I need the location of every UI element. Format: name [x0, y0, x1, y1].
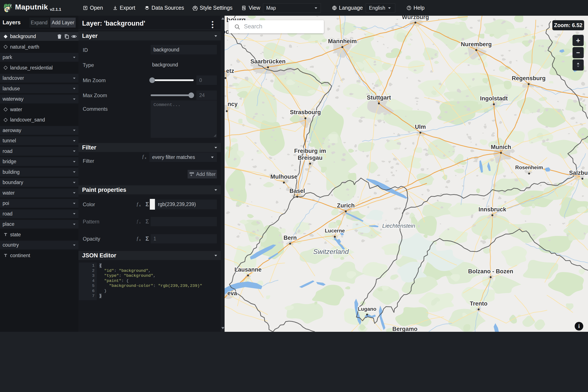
- svg-text:Innsbruck: Innsbruck: [478, 206, 506, 213]
- svg-text:f: f: [137, 202, 138, 207]
- svg-text:Bern: Bern: [284, 234, 297, 241]
- svg-text:Bolzano - Bozen: Bolzano - Bozen: [468, 268, 513, 274]
- svg-text:Würzburg: Würzburg: [402, 16, 429, 20]
- svg-text:Stuttgart: Stuttgart: [367, 94, 391, 101]
- svg-text:Nuremberg: Nuremberg: [461, 41, 492, 48]
- svg-text:Trento: Trento: [470, 300, 488, 307]
- svg-text:Regensburg: Regensburg: [512, 75, 546, 82]
- svg-text:x: x: [139, 204, 141, 207]
- svg-text:Munich: Munich: [491, 144, 511, 150]
- svg-text:Liechtenstein: Liechtenstein: [382, 222, 415, 229]
- svg-text:Mulhouse: Mulhouse: [270, 174, 297, 180]
- svg-text:Switzerland: Switzerland: [313, 248, 349, 256]
- svg-text:Saarbrücken: Saarbrücken: [250, 58, 286, 65]
- svg-text:f: f: [137, 236, 138, 241]
- svg-text:x: x: [145, 156, 146, 159]
- svg-text:f: f: [142, 154, 144, 159]
- svg-text:eva: eva: [227, 290, 237, 296]
- svg-text:Lugano: Lugano: [358, 306, 376, 312]
- svg-text:ncy: ncy: [228, 101, 238, 107]
- svg-text:Ingolstadt: Ingolstadt: [480, 95, 508, 102]
- svg-text:Breisgau: Breisgau: [298, 154, 322, 161]
- svg-text:etz: etz: [226, 68, 234, 74]
- svg-text:Lausanne: Lausanne: [235, 266, 262, 273]
- svg-text:Bergamo: Bergamo: [392, 326, 417, 332]
- svg-text:Basel: Basel: [290, 188, 305, 194]
- svg-text:Lucerne: Lucerne: [325, 228, 345, 234]
- svg-text:x: x: [139, 238, 141, 241]
- svg-text:x: x: [139, 221, 141, 224]
- svg-text:f: f: [137, 219, 138, 224]
- svg-text:Ulm: Ulm: [415, 124, 426, 130]
- svg-text:Zurich: Zurich: [337, 202, 355, 209]
- svg-text:Strasbourg: Strasbourg: [290, 109, 321, 116]
- svg-text:Freiburg im: Freiburg im: [294, 148, 326, 154]
- svg-text:Mannheim: Mannheim: [328, 38, 357, 44]
- svg-text:Salzburg: Salzburg: [569, 170, 588, 176]
- svg-text:Rosenheim: Rosenheim: [515, 164, 543, 170]
